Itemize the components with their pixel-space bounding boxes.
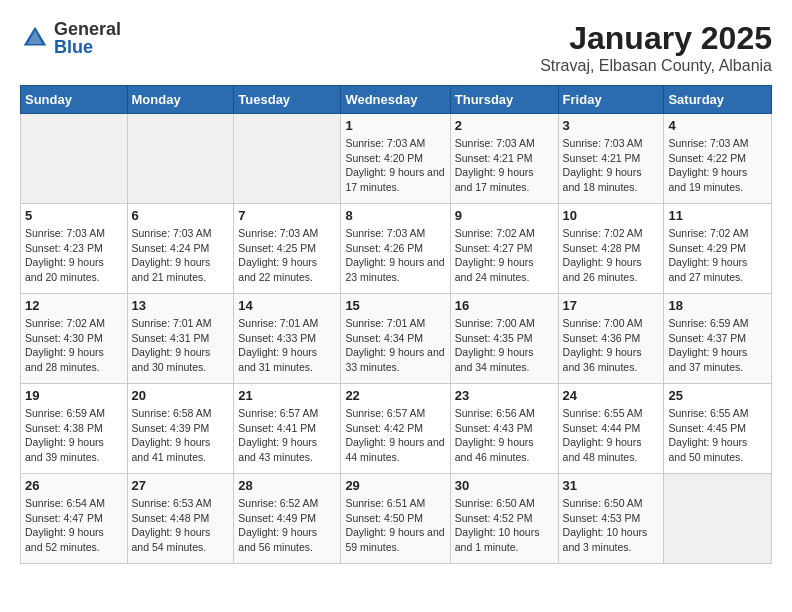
day-cell: 28Sunrise: 6:52 AM Sunset: 4:49 PM Dayli… <box>234 474 341 564</box>
day-cell: 14Sunrise: 7:01 AM Sunset: 4:33 PM Dayli… <box>234 294 341 384</box>
weekday-header-sunday: Sunday <box>21 86 128 114</box>
day-number: 31 <box>563 478 660 493</box>
day-cell: 24Sunrise: 6:55 AM Sunset: 4:44 PM Dayli… <box>558 384 664 474</box>
week-row-1: 5Sunrise: 7:03 AM Sunset: 4:23 PM Daylig… <box>21 204 772 294</box>
weekday-header-tuesday: Tuesday <box>234 86 341 114</box>
day-info: Sunrise: 7:03 AM Sunset: 4:23 PM Dayligh… <box>25 226 123 285</box>
weekday-header-monday: Monday <box>127 86 234 114</box>
day-info: Sunrise: 6:53 AM Sunset: 4:48 PM Dayligh… <box>132 496 230 555</box>
weekday-header-friday: Friday <box>558 86 664 114</box>
day-info: Sunrise: 7:03 AM Sunset: 4:24 PM Dayligh… <box>132 226 230 285</box>
day-number: 21 <box>238 388 336 403</box>
day-cell: 22Sunrise: 6:57 AM Sunset: 4:42 PM Dayli… <box>341 384 450 474</box>
day-info: Sunrise: 7:00 AM Sunset: 4:35 PM Dayligh… <box>455 316 554 375</box>
logo-general-text: General <box>54 20 121 38</box>
day-cell: 7Sunrise: 7:03 AM Sunset: 4:25 PM Daylig… <box>234 204 341 294</box>
day-cell: 5Sunrise: 7:03 AM Sunset: 4:23 PM Daylig… <box>21 204 128 294</box>
week-row-0: 1Sunrise: 7:03 AM Sunset: 4:20 PM Daylig… <box>21 114 772 204</box>
day-cell: 19Sunrise: 6:59 AM Sunset: 4:38 PM Dayli… <box>21 384 128 474</box>
day-number: 10 <box>563 208 660 223</box>
day-number: 8 <box>345 208 445 223</box>
day-info: Sunrise: 6:57 AM Sunset: 4:42 PM Dayligh… <box>345 406 445 465</box>
day-info: Sunrise: 6:58 AM Sunset: 4:39 PM Dayligh… <box>132 406 230 465</box>
calendar-subtitle: Stravaj, Elbasan County, Albania <box>540 57 772 75</box>
day-cell: 6Sunrise: 7:03 AM Sunset: 4:24 PM Daylig… <box>127 204 234 294</box>
day-number: 11 <box>668 208 767 223</box>
day-number: 27 <box>132 478 230 493</box>
day-cell: 1Sunrise: 7:03 AM Sunset: 4:20 PM Daylig… <box>341 114 450 204</box>
day-cell <box>127 114 234 204</box>
weekday-header-wednesday: Wednesday <box>341 86 450 114</box>
day-number: 29 <box>345 478 445 493</box>
day-cell: 15Sunrise: 7:01 AM Sunset: 4:34 PM Dayli… <box>341 294 450 384</box>
day-cell: 10Sunrise: 7:02 AM Sunset: 4:28 PM Dayli… <box>558 204 664 294</box>
day-number: 30 <box>455 478 554 493</box>
day-number: 16 <box>455 298 554 313</box>
day-info: Sunrise: 6:52 AM Sunset: 4:49 PM Dayligh… <box>238 496 336 555</box>
weekday-header-row: SundayMondayTuesdayWednesdayThursdayFrid… <box>21 86 772 114</box>
day-info: Sunrise: 7:02 AM Sunset: 4:30 PM Dayligh… <box>25 316 123 375</box>
day-number: 7 <box>238 208 336 223</box>
day-number: 4 <box>668 118 767 133</box>
day-cell: 9Sunrise: 7:02 AM Sunset: 4:27 PM Daylig… <box>450 204 558 294</box>
day-number: 17 <box>563 298 660 313</box>
day-number: 2 <box>455 118 554 133</box>
calendar-table: SundayMondayTuesdayWednesdayThursdayFrid… <box>20 85 772 564</box>
day-info: Sunrise: 7:03 AM Sunset: 4:25 PM Dayligh… <box>238 226 336 285</box>
day-cell: 30Sunrise: 6:50 AM Sunset: 4:52 PM Dayli… <box>450 474 558 564</box>
day-number: 13 <box>132 298 230 313</box>
day-number: 19 <box>25 388 123 403</box>
day-info: Sunrise: 7:02 AM Sunset: 4:29 PM Dayligh… <box>668 226 767 285</box>
day-info: Sunrise: 6:55 AM Sunset: 4:44 PM Dayligh… <box>563 406 660 465</box>
day-cell <box>234 114 341 204</box>
day-number: 6 <box>132 208 230 223</box>
calendar-title: January 2025 <box>540 20 772 57</box>
week-row-4: 26Sunrise: 6:54 AM Sunset: 4:47 PM Dayli… <box>21 474 772 564</box>
week-row-2: 12Sunrise: 7:02 AM Sunset: 4:30 PM Dayli… <box>21 294 772 384</box>
day-cell: 8Sunrise: 7:03 AM Sunset: 4:26 PM Daylig… <box>341 204 450 294</box>
day-number: 1 <box>345 118 445 133</box>
day-info: Sunrise: 6:57 AM Sunset: 4:41 PM Dayligh… <box>238 406 336 465</box>
day-number: 12 <box>25 298 123 313</box>
day-cell: 26Sunrise: 6:54 AM Sunset: 4:47 PM Dayli… <box>21 474 128 564</box>
day-info: Sunrise: 6:54 AM Sunset: 4:47 PM Dayligh… <box>25 496 123 555</box>
day-info: Sunrise: 7:02 AM Sunset: 4:28 PM Dayligh… <box>563 226 660 285</box>
title-block: January 2025 Stravaj, Elbasan County, Al… <box>540 20 772 75</box>
day-info: Sunrise: 6:50 AM Sunset: 4:53 PM Dayligh… <box>563 496 660 555</box>
day-info: Sunrise: 7:01 AM Sunset: 4:34 PM Dayligh… <box>345 316 445 375</box>
day-cell: 21Sunrise: 6:57 AM Sunset: 4:41 PM Dayli… <box>234 384 341 474</box>
page-header: General Blue January 2025 Stravaj, Elbas… <box>20 20 772 75</box>
day-info: Sunrise: 7:03 AM Sunset: 4:21 PM Dayligh… <box>455 136 554 195</box>
day-info: Sunrise: 7:03 AM Sunset: 4:22 PM Dayligh… <box>668 136 767 195</box>
day-number: 26 <box>25 478 123 493</box>
day-cell: 13Sunrise: 7:01 AM Sunset: 4:31 PM Dayli… <box>127 294 234 384</box>
day-cell: 3Sunrise: 7:03 AM Sunset: 4:21 PM Daylig… <box>558 114 664 204</box>
day-number: 18 <box>668 298 767 313</box>
day-cell: 4Sunrise: 7:03 AM Sunset: 4:22 PM Daylig… <box>664 114 772 204</box>
day-cell <box>21 114 128 204</box>
day-info: Sunrise: 6:51 AM Sunset: 4:50 PM Dayligh… <box>345 496 445 555</box>
day-cell: 18Sunrise: 6:59 AM Sunset: 4:37 PM Dayli… <box>664 294 772 384</box>
day-number: 24 <box>563 388 660 403</box>
day-number: 20 <box>132 388 230 403</box>
day-info: Sunrise: 6:59 AM Sunset: 4:38 PM Dayligh… <box>25 406 123 465</box>
day-cell: 12Sunrise: 7:02 AM Sunset: 4:30 PM Dayli… <box>21 294 128 384</box>
day-info: Sunrise: 7:02 AM Sunset: 4:27 PM Dayligh… <box>455 226 554 285</box>
day-info: Sunrise: 7:01 AM Sunset: 4:33 PM Dayligh… <box>238 316 336 375</box>
day-info: Sunrise: 7:01 AM Sunset: 4:31 PM Dayligh… <box>132 316 230 375</box>
logo: General Blue <box>20 20 121 56</box>
day-info: Sunrise: 7:03 AM Sunset: 4:20 PM Dayligh… <box>345 136 445 195</box>
day-cell: 29Sunrise: 6:51 AM Sunset: 4:50 PM Dayli… <box>341 474 450 564</box>
day-cell: 2Sunrise: 7:03 AM Sunset: 4:21 PM Daylig… <box>450 114 558 204</box>
weekday-header-saturday: Saturday <box>664 86 772 114</box>
logo-blue-text: Blue <box>54 38 121 56</box>
day-info: Sunrise: 7:03 AM Sunset: 4:21 PM Dayligh… <box>563 136 660 195</box>
day-number: 22 <box>345 388 445 403</box>
day-cell: 20Sunrise: 6:58 AM Sunset: 4:39 PM Dayli… <box>127 384 234 474</box>
day-number: 14 <box>238 298 336 313</box>
day-number: 25 <box>668 388 767 403</box>
week-row-3: 19Sunrise: 6:59 AM Sunset: 4:38 PM Dayli… <box>21 384 772 474</box>
day-info: Sunrise: 6:56 AM Sunset: 4:43 PM Dayligh… <box>455 406 554 465</box>
day-cell: 31Sunrise: 6:50 AM Sunset: 4:53 PM Dayli… <box>558 474 664 564</box>
day-info: Sunrise: 7:03 AM Sunset: 4:26 PM Dayligh… <box>345 226 445 285</box>
